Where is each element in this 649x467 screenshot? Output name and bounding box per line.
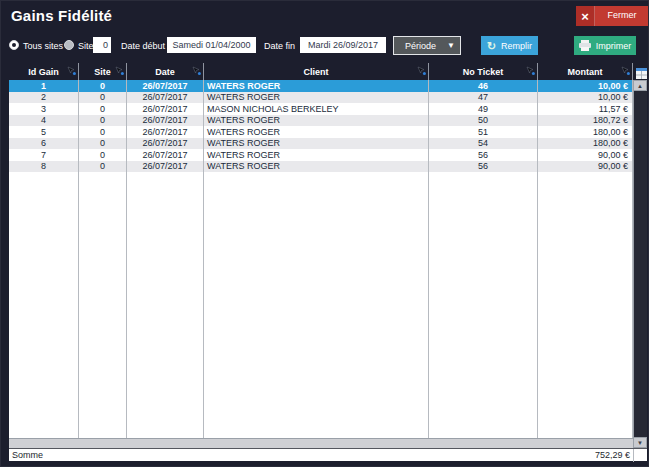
scroll-up-button[interactable]: ▲: [633, 80, 647, 91]
column-filter-icon[interactable]: [192, 66, 201, 77]
horizontal-scrollbar[interactable]: [9, 438, 647, 448]
tous-sites-label: Tous sites: [23, 41, 63, 51]
footer-divider: [633, 449, 634, 462]
table-row[interactable]: 3 0 26/07/2017 MASON NICHOLAS BERKELEY 4…: [9, 103, 633, 115]
column-header-id-gain[interactable]: Id Gain: [9, 63, 79, 80]
periode-label: Période: [394, 41, 447, 51]
column-filter-icon[interactable]: [67, 66, 76, 77]
column-filter-icon[interactable]: [417, 66, 426, 77]
scroll-up-icon: ▲: [637, 83, 643, 89]
date-fin-label: Date fin: [264, 41, 295, 51]
date-debut-label: Date début: [121, 41, 165, 51]
table-row[interactable]: 7 0 26/07/2017 WATERS ROGER 56 90,00 €: [9, 149, 633, 161]
column-header-date[interactable]: Date: [127, 63, 204, 80]
table-row[interactable]: 2 0 26/07/2017 WATERS ROGER 47 10,00 €: [9, 92, 633, 104]
remplir-button[interactable]: ↻ Remplir: [481, 36, 538, 55]
column-filter-icon[interactable]: [621, 66, 630, 77]
column-filter-icon[interactable]: [115, 66, 124, 77]
gains-table: Id Gain Site Date Client No Ticket Monta…: [9, 63, 647, 461]
remplir-label: Remplir: [501, 41, 532, 51]
site-number-input[interactable]: 0: [93, 37, 111, 53]
imprimer-label: Imprimer: [596, 41, 632, 51]
table-row[interactable]: 8 0 26/07/2017 WATERS ROGER 56 90,00 €: [9, 161, 633, 173]
page-title: Gains Fidélité: [11, 7, 112, 24]
scroll-down-button[interactable]: ▼: [633, 437, 647, 448]
table-row[interactable]: 6 0 26/07/2017 WATERS ROGER 54 180,00 €: [9, 138, 633, 150]
vertical-scrollbar[interactable]: [633, 80, 647, 438]
table-footer: Somme 752,29 €: [9, 448, 647, 461]
fermer-button[interactable]: × Fermer: [576, 6, 649, 26]
table-body: 1 0 26/07/2017 WATERS ROGER 46 10,00 € 2…: [9, 80, 633, 438]
gains-fidelite-window: Gains Fidélité × Fermer Tous sites Site …: [0, 0, 649, 467]
site-label: Site: [78, 41, 94, 51]
radio-dot: [12, 43, 16, 47]
table-header: Id Gain Site Date Client No Ticket Monta…: [9, 63, 633, 80]
scroll-down-icon: ▼: [637, 440, 643, 446]
column-header-montant[interactable]: Montant: [538, 63, 633, 80]
column-header-no-ticket[interactable]: No Ticket: [429, 63, 538, 80]
fermer-label: Fermer: [595, 6, 649, 26]
column-header-site[interactable]: Site: [79, 63, 127, 80]
chevron-down-icon: ▼: [447, 41, 455, 50]
date-debut-input[interactable]: Samedi 01/04/2000: [167, 37, 256, 53]
close-icon: ×: [576, 6, 595, 26]
somme-total: 752,29 €: [595, 450, 630, 460]
table-empty-area: [9, 172, 633, 438]
radio-tous-sites[interactable]: [9, 40, 19, 50]
table-row[interactable]: 1 0 26/07/2017 WATERS ROGER 46 10,00 €: [9, 80, 633, 92]
periode-button[interactable]: Période ▼: [393, 36, 461, 55]
table-row[interactable]: 4 0 26/07/2017 WATERS ROGER 50 180,72 €: [9, 115, 633, 127]
column-filter-icon[interactable]: [526, 66, 535, 77]
table-row[interactable]: 5 0 26/07/2017 WATERS ROGER 51 180,00 €: [9, 126, 633, 138]
somme-label: Somme: [12, 450, 43, 460]
printer-icon: [579, 37, 591, 55]
radio-site[interactable]: [64, 40, 74, 50]
imprimer-button[interactable]: Imprimer: [574, 36, 636, 55]
refresh-icon: ↻: [487, 41, 496, 51]
column-header-client[interactable]: Client: [204, 63, 429, 80]
date-fin-input[interactable]: Mardi 26/09/2017: [300, 37, 386, 53]
